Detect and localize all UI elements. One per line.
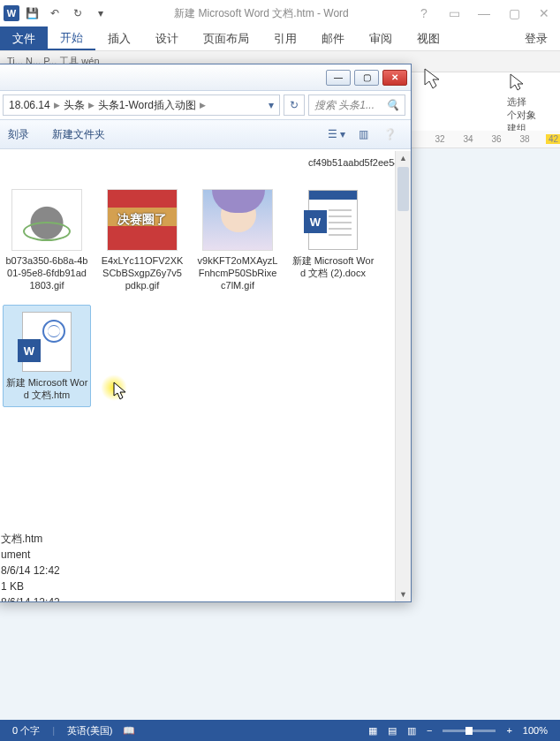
vertical-scrollbar[interactable]: ▲ ▼ <box>395 151 411 601</box>
details-size: 1 KB <box>1 578 60 594</box>
view-print-icon[interactable]: ▦ <box>363 720 382 741</box>
view-web-icon[interactable]: ▥ <box>402 720 421 741</box>
word-titlebar: W 💾 ↶ ↻ ▾ 新建 Microsoft Word 文档.htm - Wor… <box>0 0 560 26</box>
ruler-tick: 38 <box>518 134 532 144</box>
ruler-tick: 32 <box>433 134 447 144</box>
refresh-button[interactable]: ↻ <box>284 95 305 116</box>
search-placeholder: 搜索 头条1... <box>314 98 375 113</box>
breadcrumb-dropdown-icon[interactable]: ▾ <box>269 99 274 111</box>
breadcrumb-part[interactable]: 18.06.14 <box>9 99 50 111</box>
status-bar: 0 个字 | 英语(美国) 📖 ▦ ▤ ▥ − + 100% <box>0 720 560 741</box>
search-icon[interactable]: 🔍 <box>386 99 399 111</box>
status-sep: | <box>52 725 55 736</box>
breadcrumb[interactable]: 18.06.14 ▶ 头条 ▶ 头条1-Word插入动图 ▶ ▾ <box>3 95 280 116</box>
explorer-maximize-icon[interactable]: ▢ <box>354 70 379 86</box>
file-item-gif[interactable]: 决赛圈了 E4xLYc11OFV2XKSCbBSxgpZ6y7v5pdkp.gi… <box>98 183 186 298</box>
file-item-htm-selected[interactable]: W 新建 Microsoft Word 文档.htm <box>3 305 91 407</box>
breadcrumb-part[interactable]: 头条 <box>64 98 85 113</box>
ribbon-selection-panel: 选择 个对象 建组 <box>507 72 555 135</box>
file-item-docx[interactable]: W 新建 Microsoft Word 文档 (2).docx <box>289 183 377 298</box>
file-thumbnail <box>202 189 273 251</box>
file-label: b073a350-6b8a-4b01-95e8-6fdb91ad1803.gif <box>5 254 88 291</box>
tab-mailings[interactable]: 邮件 <box>309 26 357 50</box>
ruler-tick: 42 <box>546 134 560 144</box>
maximize-icon[interactable]: ▢ <box>502 4 526 22</box>
selection-cursor-icon <box>507 72 534 92</box>
file-label: 新建 Microsoft Word 文档.htm <box>5 376 88 401</box>
ruler-tick: 36 <box>489 134 503 144</box>
help-icon[interactable]: ❔ <box>379 125 400 143</box>
details-type: ument <box>1 547 60 563</box>
breadcrumb-part[interactable]: 头条1-Word插入动图 <box>98 98 196 113</box>
file-thumbnail: 决赛圈了 <box>107 189 178 251</box>
tab-view[interactable]: 视图 <box>405 26 452 50</box>
view-mode-icon[interactable]: ☰ ▾ <box>326 125 347 143</box>
file-thumbnail: W <box>11 311 82 373</box>
search-input[interactable]: 搜索 头条1... 🔍 <box>308 95 405 116</box>
ribbon-toggle-icon[interactable]: ▭ <box>442 4 466 22</box>
file-grid: cf49b51aabd5f2ee54a.gif b073a350-6b8a-4b… <box>0 151 411 412</box>
tab-insert[interactable]: 插入 <box>95 26 143 50</box>
file-label-orphan[interactable]: cf49b51aabd5f2ee54a.gif <box>308 156 397 169</box>
qat-dropdown-icon[interactable]: ▾ <box>90 3 111 24</box>
close-icon[interactable]: ✕ <box>532 4 556 22</box>
details-pane: 文档.htm ument 8/6/14 12:42 1 KB 8/6/14 12… <box>1 531 60 601</box>
preview-pane-icon[interactable]: ▥ <box>352 125 374 143</box>
tab-home[interactable]: 开始 <box>48 26 95 50</box>
toolbar-burn[interactable]: 刻录 <box>8 127 29 142</box>
chevron-right-icon[interactable]: ▶ <box>54 101 60 110</box>
file-label: 新建 Microsoft Word 文档 (2).docx <box>291 254 375 279</box>
scrollbar-thumb[interactable] <box>397 167 409 211</box>
toolbar-new-folder[interactable]: 新建文件夹 <box>52 127 105 142</box>
details-date: 8/6/14 12:42 <box>1 563 60 578</box>
explorer-content[interactable]: cf49b51aabd5f2ee54a.gif b073a350-6b8a-4b… <box>0 151 411 601</box>
window-title: 新建 Microsoft Word 文档.htm - Word <box>111 6 412 21</box>
zoom-in-button[interactable]: + <box>501 720 517 741</box>
minimize-icon[interactable]: — <box>472 4 496 22</box>
sel-line1[interactable]: 选择 <box>507 95 555 109</box>
login-link[interactable]: 登录 <box>512 26 560 50</box>
word-app-icon[interactable]: W <box>4 5 19 21</box>
tab-references[interactable]: 引用 <box>261 26 309 50</box>
thumb-text: 决赛圈了 <box>117 212 167 228</box>
zoom-out-button[interactable]: − <box>421 720 437 741</box>
tab-layout[interactable]: 页面布局 <box>191 26 261 50</box>
status-proofing-icon[interactable]: 📖 <box>117 720 140 741</box>
explorer-nav: 18.06.14 ▶ 头条 ▶ 头条1-Word插入动图 ▶ ▾ ↻ 搜索 头条… <box>0 91 411 119</box>
help-icon[interactable]: ? <box>412 4 436 22</box>
zoom-thumb[interactable] <box>465 727 473 735</box>
scroll-up-icon[interactable]: ▲ <box>396 151 411 165</box>
explorer-toolbar: 刻录 新建文件夹 ☰ ▾ ▥ ❔ <box>0 119 411 149</box>
redo-icon[interactable]: ↻ <box>67 3 88 24</box>
explorer-minimize-icon[interactable]: — <box>326 70 351 86</box>
ribbon-tabs: 文件 开始 插入 设计 页面布局 引用 邮件 审阅 视图 登录 <box>0 26 560 51</box>
details-date2: 8/6/14 12:42 <box>1 594 60 601</box>
file-explorer-dialog: — ▢ ✕ 18.06.14 ▶ 头条 ▶ 头条1-Word插入动图 ▶ ▾ ↻… <box>0 64 412 602</box>
tab-design[interactable]: 设计 <box>143 26 191 50</box>
file-thumbnail <box>11 189 82 251</box>
chevron-right-icon[interactable]: ▶ <box>200 101 206 110</box>
ruler-tick: 34 <box>461 134 475 144</box>
file-thumbnail: W <box>298 189 368 251</box>
status-word-count[interactable]: 0 个字 <box>7 720 45 741</box>
chevron-right-icon[interactable]: ▶ <box>88 101 95 110</box>
save-icon[interactable]: 💾 <box>21 3 42 24</box>
file-label: v9kKFT2oMXAyzLFnhcmP50SbRixec7lM.gif <box>196 254 279 291</box>
details-name: 文档.htm <box>1 531 60 547</box>
explorer-titlebar[interactable]: — ▢ ✕ <box>0 64 411 91</box>
scroll-down-icon[interactable]: ▼ <box>396 587 411 601</box>
view-read-icon[interactable]: ▤ <box>382 720 402 741</box>
window-controls: ? ▭ — ▢ ✕ <box>412 4 556 22</box>
tab-review[interactable]: 审阅 <box>357 26 405 50</box>
explorer-close-icon[interactable]: ✕ <box>382 70 407 86</box>
quick-access-toolbar: W 💾 ↶ ↻ ▾ <box>4 3 111 24</box>
tab-file[interactable]: 文件 <box>0 26 48 50</box>
file-label: E4xLYc11OFV2XKSCbBSxgpZ6y7v5pdkp.gif <box>101 254 184 291</box>
undo-icon[interactable]: ↶ <box>44 3 65 24</box>
status-language[interactable]: 英语(美国) <box>62 720 117 741</box>
sel-line2: 个对象 <box>507 109 555 122</box>
file-item-gif[interactable]: v9kKFT2oMXAyzLFnhcmP50SbRixec7lM.gif <box>193 183 282 298</box>
file-item-gif[interactable]: b073a350-6b8a-4b01-95e8-6fdb91ad1803.gif <box>3 183 91 298</box>
zoom-level[interactable]: 100% <box>518 720 553 741</box>
zoom-slider[interactable] <box>443 730 496 732</box>
